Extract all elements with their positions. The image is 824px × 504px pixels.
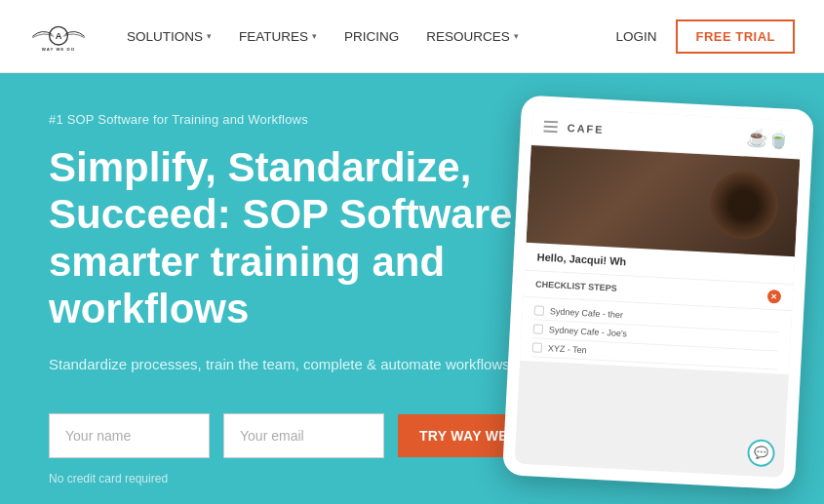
hero-description: Standardize processes, train the team, c… xyxy=(49,354,536,376)
features-arrow-icon: ▾ xyxy=(312,31,317,41)
logo-area[interactable]: A WAY WE DO xyxy=(29,12,88,60)
coffee-icons: ☕🍵 xyxy=(746,127,790,150)
solutions-arrow-icon: ▾ xyxy=(207,31,212,41)
nav-pricing[interactable]: PRICING xyxy=(344,29,399,44)
name-input[interactable] xyxy=(49,413,210,458)
chat-icon[interactable]: 💬 xyxy=(747,439,775,467)
tablet-image xyxy=(526,145,800,256)
nav-links: SOLUTIONS ▾ FEATURES ▾ PRICING RESOURCES… xyxy=(127,29,615,44)
checkbox-icon[interactable] xyxy=(533,324,544,334)
free-trial-button[interactable]: FREE TRIAL xyxy=(676,19,795,54)
svg-text:A: A xyxy=(56,31,62,41)
cafe-label: CAFE xyxy=(567,122,605,136)
coffee-circle-icon xyxy=(708,170,780,242)
tablet-frame: CAFE ☕🍵 Hello, Jacqui! Wh CHECKLIST STEP… xyxy=(502,95,814,489)
nav-resources[interactable]: RESOURCES ▾ xyxy=(426,29,519,44)
nav-solutions[interactable]: SOLUTIONS ▾ xyxy=(127,29,212,44)
tablet-mockup: CAFE ☕🍵 Hello, Jacqui! Wh CHECKLIST STEP… xyxy=(512,102,824,504)
login-link[interactable]: LOGIN xyxy=(615,29,656,44)
hamburger-icon xyxy=(543,121,558,134)
navbar: A WAY WE DO SOLUTIONS ▾ FEATURES ▾ PRICI… xyxy=(0,0,824,73)
checklist-items: Sydney Cafe - ther Sydney Cafe - Joe's X… xyxy=(520,297,792,374)
checklist-badge: ✕ xyxy=(767,290,782,304)
resources-arrow-icon: ▾ xyxy=(514,31,519,41)
svg-text:WAY WE DO: WAY WE DO xyxy=(42,47,75,52)
nav-right: LOGIN FREE TRIAL xyxy=(615,19,795,54)
tablet-inner: CAFE ☕🍵 Hello, Jacqui! Wh CHECKLIST STEP… xyxy=(515,107,803,478)
checkbox-icon[interactable] xyxy=(534,305,545,316)
email-input[interactable] xyxy=(223,413,384,458)
hero-section: #1 SOP Software for Training and Workflo… xyxy=(0,73,824,504)
checkbox-icon[interactable] xyxy=(532,342,543,353)
logo-icon: A WAY WE DO xyxy=(29,12,88,60)
nav-features[interactable]: FEATURES ▾ xyxy=(239,29,317,44)
